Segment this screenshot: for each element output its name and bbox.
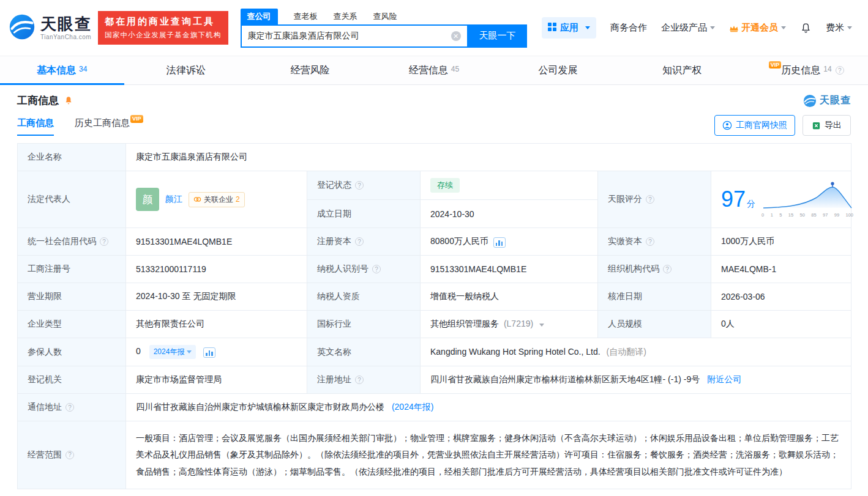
help-icon[interactable] bbox=[65, 451, 74, 459]
watermark-logo: 天眼查 bbox=[803, 94, 851, 108]
help-icon[interactable] bbox=[372, 265, 381, 273]
subtab-row: 工商信息 历史工商信息VIP 工商官网快照 导出 bbox=[17, 115, 851, 136]
export-button[interactable]: 导出 bbox=[803, 115, 851, 136]
field-label-reg-authority: 登记机关 bbox=[18, 366, 126, 394]
help-icon[interactable] bbox=[663, 265, 672, 273]
apps-menu[interactable]: 应用 bbox=[542, 17, 596, 39]
score-axis-ticks: 0151550859799100 bbox=[761, 212, 853, 218]
field-label-business-scope: 经营范围 bbox=[18, 421, 126, 489]
field-label-legal-rep: 法定代表人 bbox=[18, 171, 126, 228]
annual-report-link[interactable]: (2024年报) bbox=[392, 402, 433, 412]
vip-badge: VIP bbox=[769, 61, 782, 69]
search-tab-boss[interactable]: 查老板 bbox=[294, 9, 318, 24]
nearby-companies-link[interactable]: 附近公司 bbox=[707, 374, 741, 384]
field-value-approval-date: 2026-03-06 bbox=[711, 283, 851, 311]
field-value-credit-code: 91513301MAE4LQMB1E bbox=[126, 228, 307, 256]
tab-intellectual-property[interactable]: 知识产权 bbox=[620, 56, 744, 84]
chevron-down-icon[interactable] bbox=[539, 324, 544, 327]
business-cooperation-link[interactable]: 商务合作 bbox=[610, 22, 647, 34]
subtab-history-business-info[interactable]: 历史工商信息VIP bbox=[75, 117, 143, 136]
field-value-taxpayer-quality: 增值税一般纳税人 bbox=[421, 283, 598, 311]
status-date-subgrid: 登记状态 存续 成立日期 2024-10-30 bbox=[307, 171, 598, 228]
field-value-reg-capital: 80800万人民币 bbox=[421, 228, 598, 256]
field-value-business-scope: 一般项目：酒店管理；会议及展览服务（出国办展须经相关部门审批）；物业管理；棋牌室… bbox=[126, 421, 851, 489]
subscribe-bell-icon[interactable] bbox=[64, 95, 73, 106]
tab-basic-info[interactable]: 基本信息 34 bbox=[0, 56, 124, 84]
field-value-english-name: Kangding Wukang Hot Spring Hotel Co., Lt… bbox=[421, 338, 851, 366]
field-value-paid-capital: 1000万人民币 bbox=[711, 228, 851, 256]
search-tabs: 查公司 查老板 查关系 查风险 bbox=[241, 9, 527, 24]
table-row: 营业期限 2024-10-30 至 无固定期限 纳税人资质 增值税一般纳税人 核… bbox=[18, 283, 851, 311]
chevron-down-icon bbox=[710, 26, 715, 29]
field-value-insured-count: 0 2024年报 bbox=[126, 338, 307, 366]
help-icon[interactable] bbox=[646, 237, 654, 246]
field-value-taxpayer-id: 91513301MAE4LQMB1E bbox=[421, 256, 598, 283]
table-row: 企业类型 其他有限责任公司 国标行业 其他组织管理服务 (L7219) 人员规模… bbox=[18, 311, 851, 338]
search-button[interactable]: 天眼一下 bbox=[468, 24, 527, 48]
tab-history-info[interactable]: VIP 历史信息 14 bbox=[744, 56, 868, 84]
search-tab-risk[interactable]: 查风险 bbox=[373, 9, 397, 24]
score-curve-chart: 0151550859799100 bbox=[761, 182, 853, 218]
banner-line2: 国家中小企业发展子基金旗下机构 bbox=[105, 31, 222, 40]
insured-trend-icon[interactable] bbox=[203, 347, 215, 358]
tab-operating-info[interactable]: 经营信息 45 bbox=[372, 56, 496, 84]
chevron-down-icon bbox=[847, 26, 852, 29]
field-label-industry: 国标行业 bbox=[307, 311, 421, 338]
clear-search-icon[interactable]: ✕ bbox=[451, 31, 461, 41]
top-right-nav: 应用 商务合作 企业级产品 开通会员 费米 bbox=[542, 17, 852, 39]
notification-bell-icon[interactable] bbox=[800, 22, 812, 34]
tianyancha-logo[interactable]: 天眼查 TianYanCha.com bbox=[9, 13, 92, 43]
subtab-business-info[interactable]: 工商信息 bbox=[17, 117, 54, 136]
field-label-taxpayer-quality: 纳税人资质 bbox=[307, 283, 421, 311]
table-row: 登记机关 康定市市场监督管理局 注册地址 四川省甘孜藏族自治州康定市榆林街道榆林… bbox=[18, 366, 851, 394]
help-icon[interactable] bbox=[100, 237, 108, 246]
brand-slogan-banner: 都在用的商业查询工具 国家中小企业发展子基金旗下机构 bbox=[98, 11, 228, 45]
official-snapshot-button[interactable]: 工商官网快照 bbox=[714, 115, 795, 136]
field-value-staff-size: 0人 bbox=[711, 311, 851, 338]
field-label-english-name: 英文名称 bbox=[307, 338, 421, 366]
field-label-credit-code: 统一社会信用代码 bbox=[18, 228, 126, 256]
score-unit: 分 bbox=[747, 199, 755, 209]
tab-company-development[interactable]: 公司发展 bbox=[496, 56, 620, 84]
search-input[interactable] bbox=[242, 26, 467, 46]
table-row: 工商注册号 513321000117119 纳税人识别号 91513301MAE… bbox=[18, 256, 851, 283]
help-icon[interactable] bbox=[836, 66, 844, 75]
search-tab-company[interactable]: 查公司 bbox=[241, 9, 278, 24]
logo-domain: TianYanCha.com bbox=[40, 34, 92, 40]
field-label-reg-capital: 注册资本 bbox=[307, 228, 421, 256]
user-menu[interactable]: 费米 bbox=[826, 22, 852, 34]
field-value-reg-address: 四川省甘孜藏族自治州康定市榆林街道榆林新区新天地4区1幢- (-1) -9号 附… bbox=[421, 366, 851, 394]
field-label-org-code: 组织机构代码 bbox=[598, 256, 711, 283]
field-value-establish-date: 2024-10-30 bbox=[421, 200, 597, 228]
section-title: 工商信息 bbox=[17, 94, 59, 108]
field-label-paid-capital: 实缴资本 bbox=[598, 228, 711, 256]
table-row: 法定代表人 颜 颜江 关联企业 2 登记状态 bbox=[18, 171, 851, 228]
search-tab-relation[interactable]: 查关系 bbox=[334, 9, 357, 24]
legal-rep-name-link[interactable]: 颜江 bbox=[165, 194, 182, 205]
capital-detail-icon[interactable] bbox=[493, 237, 506, 248]
field-label-business-term: 营业期限 bbox=[18, 283, 126, 311]
tab-operating-risk[interactable]: 经营风险 bbox=[248, 56, 372, 84]
field-label-company-type: 企业类型 bbox=[18, 311, 126, 338]
help-icon[interactable] bbox=[65, 403, 74, 412]
help-icon[interactable] bbox=[355, 181, 364, 190]
business-info-table: 企业名称 康定市五康温泉酒店有限公司 法定代表人 颜 颜江 关联企业 2 bbox=[17, 143, 851, 489]
annual-report-badge[interactable]: 2024年报 bbox=[149, 345, 196, 359]
section-header: 工商信息 天眼查 bbox=[17, 94, 851, 108]
help-icon[interactable] bbox=[355, 237, 364, 246]
tab-legal-litigation[interactable]: 法律诉讼 bbox=[124, 56, 249, 84]
legal-rep-avatar[interactable]: 颜 bbox=[136, 188, 159, 211]
tianyancha-logo-icon bbox=[9, 13, 36, 43]
enterprise-products-menu[interactable]: 企业级产品 bbox=[661, 22, 715, 34]
field-label-company-name: 企业名称 bbox=[18, 144, 126, 171]
score-number: 97 bbox=[721, 187, 746, 212]
table-row: 通信地址 四川省甘孜藏族自治州康定市炉城镇榆林新区康定市财政局办公楼 (2024… bbox=[18, 394, 851, 421]
table-row: 经营范围 一般项目：酒店管理；会议及展览服务（出国办展须经相关部门审批）；物业管… bbox=[18, 421, 851, 489]
field-value-reg-authority: 康定市市场监督管理局 bbox=[126, 366, 307, 394]
help-icon[interactable] bbox=[355, 376, 364, 384]
help-icon[interactable] bbox=[646, 195, 654, 204]
related-companies-badge[interactable]: 关联企业 2 bbox=[189, 192, 245, 207]
open-vip-menu[interactable]: 开通会员 bbox=[729, 22, 786, 34]
field-label-mail-address: 通信地址 bbox=[18, 394, 126, 421]
field-value-industry: 其他组织管理服务 (L7219) bbox=[421, 311, 598, 338]
